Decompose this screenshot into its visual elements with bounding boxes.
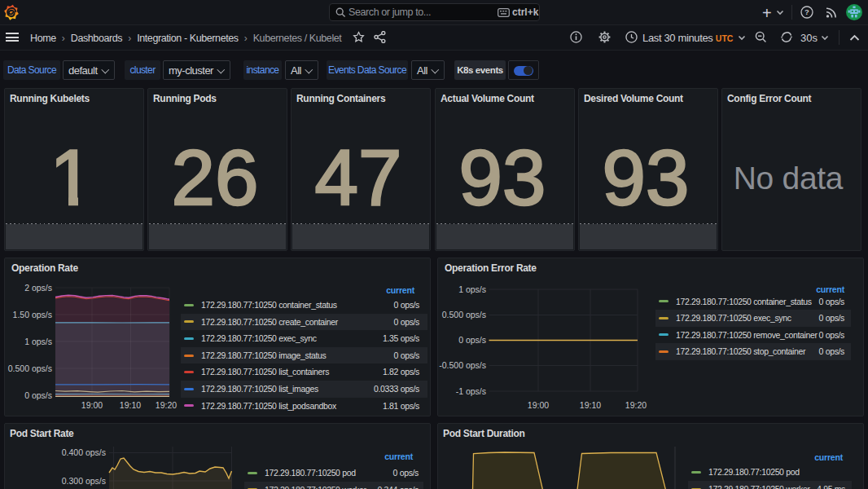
svg-text:0 ops/s: 0 ops/s [24,390,52,400]
svg-text:2 ops/s: 2 ops/s [24,283,52,293]
svg-text:19:10: 19:10 [120,400,141,410]
svg-text:19:20: 19:20 [625,400,647,410]
svg-text:0.400 ops/s: 0.400 ops/s [62,447,106,457]
svg-text:1 ops/s: 1 ops/s [458,284,486,294]
svg-text:19:00: 19:00 [528,400,549,410]
svg-text:0.500 ops/s: 0.500 ops/s [8,363,52,373]
svg-text:19:10: 19:10 [580,400,601,410]
svg-text:-0.500 ops/s: -0.500 ops/s [439,360,486,370]
svg-text:1 ops/s: 1 ops/s [24,337,52,346]
svg-text:1.50 ops/s: 1.50 ops/s [13,310,52,319]
svg-text:0.300 ops/s: 0.300 ops/s [62,476,106,486]
svg-text:19:20: 19:20 [156,400,177,410]
svg-text:0 ops/s: 0 ops/s [458,335,486,345]
svg-text:0.500 ops/s: 0.500 ops/s [442,310,486,319]
svg-text:19:00: 19:00 [81,400,103,410]
svg-text:-1 ops/s: -1 ops/s [456,386,486,396]
